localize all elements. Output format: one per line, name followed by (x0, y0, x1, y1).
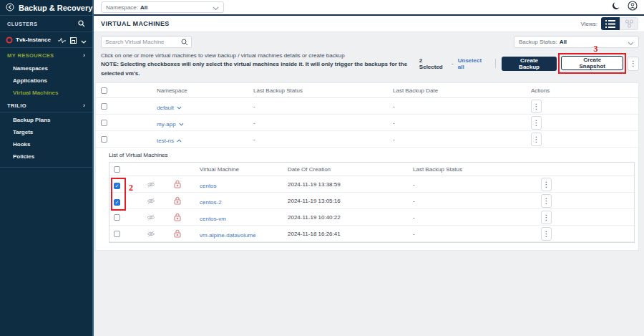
vm-created: 2024-11-19 10:40:22 (285, 214, 411, 221)
unselect-all-link[interactable]: Unselect all (458, 57, 489, 70)
trilio-header[interactable]: TRILIO › (0, 99, 92, 112)
kebab-icon: ⋮ (533, 135, 540, 143)
my-resources-label: MY RESOURCES (7, 52, 54, 59)
list-view-button[interactable] (601, 17, 620, 30)
info-actions-row: Click on one or more virtual machines to… (94, 52, 644, 78)
vm-created: 2024-11-19 13:38:59 (285, 181, 411, 188)
namespace-link-default[interactable]: default (157, 105, 182, 111)
vm-link-centos-2[interactable]: centos-2 (192, 199, 222, 206)
row-checkbox[interactable]: ✓ (101, 120, 107, 126)
chevron-right-icon: › (83, 102, 85, 109)
topbar: Namespace: All (94, 0, 644, 16)
vm-status: - (411, 181, 540, 188)
dark-mode-moon-icon[interactable] (611, 1, 620, 14)
vm-link-centos-vm[interactable]: centos-vm (192, 216, 226, 222)
last-backup-status-value: - (253, 103, 393, 110)
row-actions-button[interactable]: ⋮ (531, 116, 542, 130)
last-backup-status-value: - (253, 120, 393, 126)
row-actions-button[interactable]: ⋮ (531, 100, 542, 113)
last-backup-date-value: - (393, 120, 531, 126)
clusters-label: CLUSTERS (7, 21, 38, 27)
row-actions-button[interactable]: ⋮ (531, 133, 542, 146)
content: Backup Status: All Click on one or more … (94, 32, 644, 336)
sidebar-item-namespaces[interactable]: Namespaces (0, 62, 92, 75)
more-actions-button[interactable]: ⋮ (628, 57, 639, 71)
sidebar-item-virtual-machines[interactable]: Virtual Machines (0, 87, 92, 99)
vm-select-all-checkbox[interactable]: ✓ (114, 166, 120, 173)
namespace-select[interactable]: Namespace: All (101, 1, 224, 13)
vm-checkbox[interactable]: ✓ (114, 231, 120, 237)
vm-actions-button[interactable]: ⋮ (541, 227, 552, 241)
vm-status: - (411, 231, 540, 237)
kebab-icon: ⋮ (543, 213, 550, 221)
selection-dash: - (452, 60, 454, 67)
lock-icon (163, 229, 192, 238)
sidebar-item-policies[interactable]: Policies (0, 150, 92, 163)
create-snapshot-button[interactable]: Create Snapshot (561, 56, 623, 70)
select-all-checkbox[interactable]: ✓ (101, 87, 107, 94)
sidebar-nav: MY RESOURCES › Namespaces Applications V… (0, 48, 92, 168)
col-last-backup-date: Last Backup Date (393, 87, 531, 94)
col-virtual-machine: Virtual Machine (192, 166, 285, 173)
vm-actions-button[interactable]: ⋮ (541, 194, 552, 208)
search-box (101, 36, 192, 48)
vm-checkbox[interactable]: ✓ (114, 214, 120, 221)
table-header-row: ✓ Namespace Last Backup Status Last Back… (96, 83, 638, 98)
vm-created: 2024-11-18 16:26:41 (285, 231, 411, 237)
eye-slash-icon (138, 230, 163, 238)
col-actions: Actions (531, 87, 638, 94)
actions-bar: 2 Selected - Unselect all Create Backup … (419, 56, 639, 71)
vm-row: ✓ centos-2 2024-11-19 13:05:16 - ⋮ (109, 193, 634, 209)
kebab-icon: ⋮ (533, 119, 540, 127)
my-resources-header[interactable]: MY RESOURCES › (0, 48, 92, 62)
col-namespace: Namespace (157, 87, 253, 94)
chevron-down-icon[interactable] (81, 34, 87, 47)
vm-actions-button[interactable]: ⋮ (541, 211, 552, 224)
vm-link-centos[interactable]: centos (192, 183, 217, 189)
backup-status-select[interactable]: Backup Status: All (514, 36, 639, 48)
trilio-label: TRILIO (7, 102, 26, 109)
last-backup-date-value: - (393, 103, 531, 110)
namespace-link-test-ns[interactable]: test-ns (157, 138, 182, 144)
divider (495, 59, 496, 68)
save-disk-icon[interactable] (70, 34, 77, 47)
vm-checkbox[interactable]: ✓ (114, 183, 120, 189)
vm-actions-button[interactable]: ⋮ (541, 178, 552, 191)
sidebar-item-hooks[interactable]: Hooks (0, 138, 92, 150)
sidebar-item-applications[interactable]: Applications (0, 75, 92, 87)
page-header: VIRTUAL MACHINES Views: (94, 16, 644, 32)
vm-row: ✓ centos-vm 2024-11-19 10:40:22 - ⋮ (109, 209, 634, 226)
vm-row: ✓ centos 2024-11-19 13:38:59 - ⋮ (109, 176, 634, 193)
instance-name: Tvk-Instance (16, 37, 55, 43)
last-backup-date-value: - (393, 136, 531, 143)
kebab-icon: ⋮ (543, 230, 550, 238)
vm-status: - (411, 214, 540, 221)
annotation-step-2: 2 (129, 183, 133, 192)
col-last-backup-status: Last Backup Status (253, 87, 393, 94)
namespace-value: All (140, 4, 147, 11)
search-icon[interactable] (181, 36, 188, 49)
note-text: NOTE: Selecting checkboxes will only sel… (101, 60, 419, 78)
lock-icon (163, 213, 192, 221)
app-window: Backup & Recovery CLUSTERS Tvk-Instance (0, 0, 644, 336)
namespace-link-my-app[interactable]: my-app (157, 121, 184, 128)
user-account-icon[interactable] (628, 1, 638, 14)
create-backup-button[interactable]: Create Backup (502, 57, 557, 71)
sidebar-item-targets[interactable]: Targets (0, 126, 92, 138)
search-input[interactable] (105, 39, 181, 45)
vm-checkbox[interactable]: ✓ (114, 199, 120, 206)
search-icon[interactable] (78, 17, 85, 30)
row-checkbox[interactable]: ✓ (101, 136, 107, 143)
lock-icon (163, 196, 192, 205)
sidebar-item-backup-plans[interactable]: Backup Plans (0, 112, 92, 126)
vm-link-vm-alpine-datavolume[interactable]: vm-alpine-datavolume (192, 232, 256, 239)
instance-row[interactable]: Tvk-Instance (0, 32, 92, 48)
back-arrow-icon[interactable] (6, 1, 14, 14)
vm-created: 2024-11-19 13:05:16 (285, 198, 411, 204)
backup-status-value: All (560, 39, 567, 45)
monitor-pulse-icon[interactable] (58, 34, 66, 47)
selected-count: 2 Selected (419, 57, 447, 70)
topology-view-button[interactable] (620, 17, 638, 30)
row-checkbox[interactable]: ✓ (101, 103, 107, 110)
table-row: ✓ default - - ⋮ (96, 98, 638, 115)
